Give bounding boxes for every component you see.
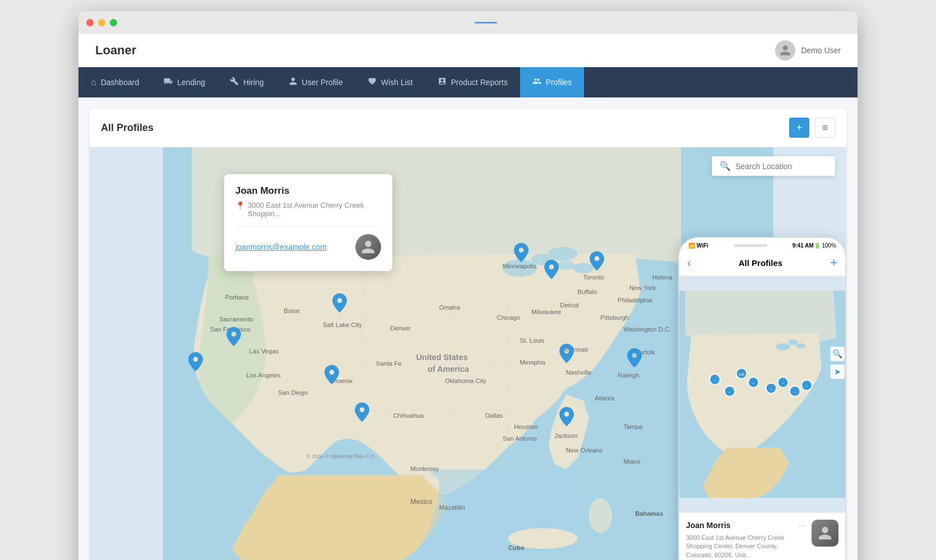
svg-text:-: -	[753, 380, 754, 386]
popup-email[interactable]: joanmorris@example.com	[235, 242, 327, 251]
svg-text:Salt Lake City: Salt Lake City	[323, 321, 362, 328]
phone-notch	[734, 244, 767, 247]
map-pin-4[interactable]	[325, 365, 339, 387]
map-pin-10[interactable]	[590, 251, 604, 273]
svg-text:Atlanta: Atlanta	[595, 395, 615, 402]
hiring-icon	[230, 77, 239, 88]
nav-label-dashboard: Dashboard	[101, 78, 140, 87]
user-name: Demo User	[801, 46, 841, 55]
profiles-card: All Profiles + ≡	[90, 109, 846, 560]
svg-text:Raleigh: Raleigh	[618, 372, 639, 379]
svg-text:Tampa: Tampa	[623, 423, 643, 430]
close-button[interactable]	[86, 19, 94, 26]
svg-text:New York: New York	[629, 284, 656, 291]
nav-item-lending[interactable]: Lending	[151, 67, 217, 97]
svg-text:Denver: Denver	[390, 325, 411, 332]
nav-item-hiring[interactable]: Hiring	[217, 67, 276, 97]
phone-add-icon[interactable]: +	[830, 255, 837, 270]
svg-point-3	[557, 260, 574, 269]
map-pin-3[interactable]	[332, 293, 347, 315]
nav-item-wish-list[interactable]: Wish List	[355, 67, 425, 97]
phone-status-bar: 📶 WiFi 9:41 AM 🔋 100%	[679, 238, 845, 250]
svg-text:Jackson: Jackson	[554, 432, 577, 439]
nav-item-profiles[interactable]: Profiles	[520, 67, 585, 97]
svg-text:-: -	[729, 389, 730, 395]
nav-item-dashboard[interactable]: ⌂ Dashboard	[78, 67, 151, 97]
phone-title: All Profiles	[739, 258, 782, 268]
svg-text:United States: United States	[416, 353, 468, 362]
minimize-button[interactable]	[98, 19, 105, 26]
svg-text:Mexico: Mexico	[410, 498, 432, 506]
app-logo: Loaner	[95, 43, 136, 58]
card-header: All Profiles + ≡	[90, 109, 846, 147]
maximize-button[interactable]	[110, 19, 117, 26]
svg-text:New Orleans: New Orleans	[566, 447, 603, 454]
main-nav: ⌂ Dashboard Lending Hiring User Profile	[78, 67, 858, 97]
svg-text:-: -	[770, 386, 772, 392]
svg-text:© Zoho © OpenMapTiles © O...: © Zoho © OpenMapTiles © O...	[307, 454, 379, 459]
mobile-mockup: 📶 WiFi 9:41 AM 🔋 100% ‹ All Profiles +	[678, 237, 846, 560]
svg-text:Santa Fe: Santa Fe	[376, 360, 402, 367]
phone-more-icon[interactable]: ···	[798, 520, 806, 531]
phone-profile-row: Joan Morris ··· 3000 East 1st Avenue Che…	[686, 520, 838, 559]
map-pin-1[interactable]	[188, 352, 203, 374]
popup-address: 📍 3000 East 1st Avenue Cherry Creek Shop…	[235, 201, 381, 218]
popup-avatar	[355, 234, 381, 260]
nav-item-product-reports[interactable]: Product Reports	[425, 67, 520, 97]
add-profile-button[interactable]: +	[789, 118, 809, 138]
nav-label-product-reports: Product Reports	[451, 78, 508, 87]
map-pin-9[interactable]	[559, 407, 574, 429]
profiles-icon	[532, 77, 541, 88]
map-pin-7[interactable]	[544, 259, 559, 282]
map-pin-5[interactable]	[355, 402, 369, 424]
svg-text:St. Louis: St. Louis	[520, 337, 544, 344]
svg-text:-: -	[714, 377, 716, 383]
svg-text:-: -	[794, 389, 796, 395]
back-icon[interactable]: ‹	[687, 256, 691, 269]
page-title: All Profiles	[101, 122, 154, 134]
phone-nav-bar: ‹ All Profiles +	[679, 250, 845, 276]
svg-text:Memphis: Memphis	[520, 359, 545, 366]
svg-text:of America: of America	[428, 365, 470, 374]
svg-text:Detroit: Detroit	[560, 302, 579, 309]
map-pin-2[interactable]	[226, 326, 241, 349]
svg-text:Buffalo: Buffalo	[577, 288, 597, 295]
map-container[interactable]: Portland Sacramento San Francisco Las Ve…	[90, 147, 846, 560]
svg-text:Washington D.C.: Washington D.C.	[623, 326, 671, 333]
svg-text:Sacramento: Sacramento	[219, 316, 253, 323]
app-window: Loaner Demo User ⌂ Dashboard Lending	[78, 11, 858, 560]
titlebar	[78, 11, 858, 34]
svg-text:Mazatlán: Mazatlán	[439, 504, 465, 511]
svg-text:San Diego: San Diego	[278, 389, 308, 396]
user-info: Demo User	[775, 40, 841, 60]
svg-text:Dallas: Dallas	[485, 412, 503, 419]
nav-item-user-profile[interactable]: User Profile	[276, 67, 355, 97]
phone-profile-address: 3000 East 1st Avenue Cherry Creek Shoppi…	[686, 534, 806, 559]
svg-point-56	[776, 343, 790, 351]
phone-profile-name: Joan Morris	[686, 521, 730, 530]
map-pin-8[interactable]	[559, 343, 574, 366]
dashboard-icon: ⌂	[91, 77, 96, 87]
popup-footer: joanmorris@example.com	[235, 234, 381, 260]
phone-profile-info: Joan Morris ··· 3000 East 1st Avenue Che…	[686, 520, 806, 559]
main-content: All Profiles + ≡	[78, 97, 858, 560]
phone-profile-card: Joan Morris ··· 3000 East 1st Avenue Che…	[679, 512, 845, 560]
nav-label-wish-list: Wish List	[381, 78, 413, 87]
avatar	[775, 40, 795, 60]
map-pin-11[interactable]	[627, 348, 642, 370]
phone-map-svg: - - - - - - -	[679, 276, 845, 512]
map-search: 🔍	[712, 156, 835, 176]
nav-label-hiring: Hiring	[243, 78, 264, 87]
map-popup: Joan Morris 📍 3000 East 1st Avenue Cherr…	[224, 174, 392, 271]
svg-text:Chihuahua: Chihuahua	[393, 412, 424, 419]
phone-time: 9:41 AM	[793, 242, 814, 249]
search-input[interactable]	[735, 162, 827, 171]
phone-map-area: - - - - - - -	[679, 276, 845, 512]
search-icon: 🔍	[720, 161, 731, 171]
titlebar-indicator	[122, 22, 850, 24]
menu-button[interactable]: ≡	[815, 118, 835, 138]
svg-text:Toronto: Toronto	[583, 274, 604, 281]
svg-text:-: -	[806, 382, 808, 389]
map-pin-6[interactable]	[514, 242, 529, 265]
svg-point-58	[796, 343, 805, 348]
